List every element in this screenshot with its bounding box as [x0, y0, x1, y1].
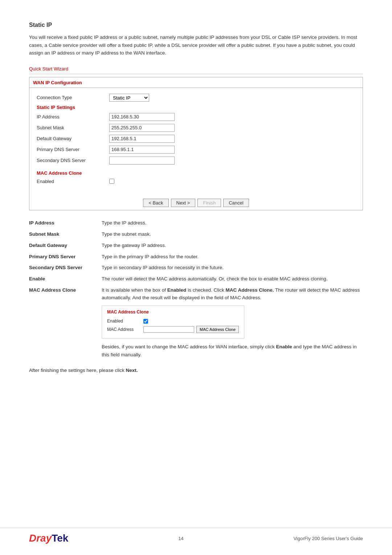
description-table: IP Address Type the IP address. Subnet M… [29, 218, 363, 366]
intro-paragraph: You will receive a fixed public IP addre… [29, 33, 363, 57]
desc-def-enable: The router will detect the MAC address a… [102, 274, 363, 285]
desc-row-mac-clone: MAC Address Clone It is available when t… [29, 285, 363, 366]
cancel-button[interactable]: Cancel [223, 199, 249, 207]
besides-text: Besides, if you want to change the MAC a… [102, 343, 363, 358]
enabled-checkbox[interactable] [109, 179, 114, 184]
back-button[interactable]: < Back [143, 199, 168, 207]
desc-term-gateway: Default Gateway [29, 240, 102, 251]
inner-box-label: MAC Address Clone [107, 309, 239, 316]
connection-type-row: Connection Type Static IP [37, 94, 355, 102]
desc-term-enable: Enable [29, 274, 102, 285]
ip-address-input[interactable] [109, 113, 175, 121]
desc-term-ip: IP Address [29, 218, 102, 229]
footer-page-number: 14 [178, 536, 183, 541]
inner-enabled-checkbox[interactable] [143, 319, 148, 324]
logo-dray: Dray [29, 532, 52, 544]
inner-mac-row: MAC Address MAC Address Clone [107, 326, 239, 333]
mac-clone-desc-text: It is available when the box of Enabled … [102, 287, 360, 300]
subnet-mask-input[interactable] [109, 124, 175, 132]
wizard-header: WAN IP Configuration [29, 77, 363, 88]
mac-clone-inner-box: MAC Address Clone Enabled MAC Address MA… [102, 305, 244, 339]
connection-type-label: Connection Type [37, 95, 109, 100]
desc-def-secondary-dns: Type in secondary IP address for necessi… [102, 262, 363, 274]
desc-row-ip: IP Address Type the IP address. [29, 218, 363, 229]
secondary-dns-label: Secondary DNS Server [37, 158, 109, 163]
subnet-mask-label: Subnet Mask [37, 125, 109, 130]
section-title: Static IP [29, 22, 363, 28]
ip-address-label: IP Address [37, 114, 109, 119]
desc-term-primary-dns: Primary DNS Server [29, 251, 102, 263]
next-button[interactable]: Next > [171, 199, 196, 207]
divider [29, 74, 363, 74]
inner-mac-label: MAC Address [107, 326, 143, 333]
subnet-mask-row: Subnet Mask [37, 124, 355, 132]
primary-dns-input[interactable] [109, 146, 175, 154]
quick-start-link[interactable]: Quick Start Wizard [29, 66, 68, 72]
primary-dns-row: Primary DNS Server [37, 146, 355, 154]
page-footer: DrayTek 14 VigorFly 200 Series User's Gu… [0, 528, 392, 544]
after-text: After finishing the settings here, pleas… [29, 366, 363, 374]
secondary-dns-row: Secondary DNS Server [37, 157, 355, 165]
ip-address-row: IP Address [37, 113, 355, 121]
inner-enabled-label: Enabled [107, 318, 143, 325]
wizard-footer: < Back Next > Finish Cancel [29, 194, 363, 210]
connection-type-select[interactable]: Static IP [109, 94, 149, 102]
secondary-dns-input[interactable] [109, 157, 175, 165]
default-gateway-label: Default Gateway [37, 136, 109, 141]
inner-mac-input[interactable] [143, 326, 194, 333]
default-gateway-input[interactable] [109, 135, 175, 143]
desc-term-secondary-dns: Secondary DNS Server [29, 262, 102, 274]
logo-tek: Tek [52, 532, 68, 544]
desc-def-ip: Type the IP address. [102, 218, 363, 229]
inner-enabled-row: Enabled [107, 318, 239, 325]
static-ip-settings-label: Static IP Settings [37, 105, 355, 110]
mac-address-clone-label: MAC Address Clone [37, 170, 355, 176]
desc-row-enable: Enable The router will detect the MAC ad… [29, 274, 363, 285]
desc-row-subnet: Subnet Mask Type the subnet mask. [29, 229, 363, 240]
finish-button: Finish [197, 199, 221, 207]
wizard-header-label: WAN IP Configuration [33, 80, 82, 85]
desc-row-primary-dns: Primary DNS Server Type in the primary I… [29, 251, 363, 263]
desc-row-secondary-dns: Secondary DNS Server Type in secondary I… [29, 262, 363, 274]
enabled-row: Enabled [37, 179, 355, 184]
wizard-container: WAN IP Configuration Connection Type Sta… [29, 77, 363, 210]
desc-def-subnet: Type the subnet mask. [102, 229, 363, 240]
footer-guide-name: VigorFly 200 Series User's Guide [293, 536, 363, 541]
desc-row-gateway: Default Gateway Type the gateway IP addr… [29, 240, 363, 251]
desc-def-mac-clone: It is available when the box of Enabled … [102, 285, 363, 366]
enabled-label: Enabled [37, 179, 109, 184]
default-gateway-row: Default Gateway [37, 135, 355, 143]
inner-clone-button[interactable]: MAC Address Clone [196, 326, 239, 333]
desc-def-gateway: Type the gateway IP address. [102, 240, 363, 251]
desc-def-primary-dns: Type in the primary IP address for the r… [102, 251, 363, 263]
desc-term-mac-clone: MAC Address Clone [29, 285, 102, 366]
primary-dns-label: Primary DNS Server [37, 147, 109, 152]
desc-term-subnet: Subnet Mask [29, 229, 102, 240]
wizard-body: Connection Type Static IP Static IP Sett… [29, 88, 363, 194]
draytek-logo: DrayTek [29, 532, 68, 544]
